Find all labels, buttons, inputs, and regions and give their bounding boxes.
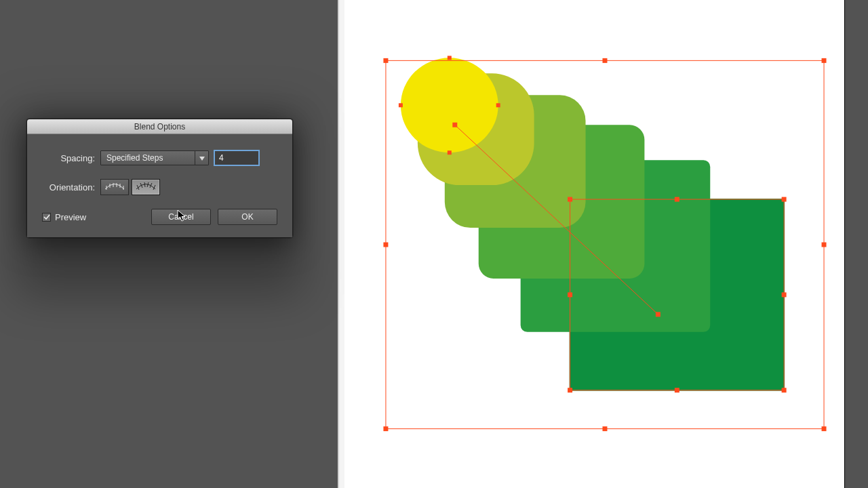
checkmark-icon: [43, 212, 50, 222]
spacing-dropdown[interactable]: Specified Steps: [100, 150, 209, 165]
anchor-point[interactable]: [656, 312, 660, 317]
svg-line-6: [137, 185, 139, 190]
selection-handle[interactable]: [383, 426, 388, 431]
selection-handle[interactable]: [782, 292, 787, 297]
dialog-button-row: Cancel OK: [151, 209, 277, 225]
orientation-row: Orientation:: [42, 179, 277, 195]
dropdown-arrow-button[interactable]: [195, 151, 208, 165]
preview-checkbox-group[interactable]: Preview: [42, 212, 86, 222]
selection-handle[interactable]: [675, 197, 679, 202]
cancel-button-label: Cancel: [168, 212, 193, 222]
dialog-body: Spacing: Specified Steps Orientation:: [27, 134, 292, 237]
selection-handle[interactable]: [568, 388, 572, 392]
dialog-titlebar[interactable]: Blend Options: [27, 119, 292, 134]
cancel-button[interactable]: Cancel: [151, 209, 211, 225]
selection-handle[interactable]: [383, 58, 388, 63]
preview-label: Preview: [55, 212, 86, 222]
align-to-path-icon: [136, 182, 156, 193]
dialog-title: Blend Options: [134, 122, 185, 131]
canvas: [344, 0, 844, 488]
spacing-label: Spacing:: [42, 153, 100, 163]
orientation-align-to-page[interactable]: [100, 179, 129, 195]
selection-handle[interactable]: [568, 292, 572, 297]
anchor-point[interactable]: [399, 103, 403, 107]
align-to-page-icon: [104, 182, 125, 193]
artboard[interactable]: [344, 0, 845, 488]
canvas-svg: [344, 0, 844, 488]
spacing-row: Spacing: Specified Steps: [42, 150, 277, 165]
selection-handle[interactable]: [602, 426, 607, 431]
selection-handle[interactable]: [602, 58, 607, 63]
orientation-align-to-path[interactable]: [132, 179, 160, 195]
selection-handle[interactable]: [568, 197, 572, 202]
selection-handle[interactable]: [822, 243, 827, 247]
orientation-label: Orientation:: [42, 182, 100, 192]
workspace-right-edge: [845, 0, 868, 488]
selection-handle[interactable]: [675, 388, 679, 392]
selection-handle[interactable]: [822, 58, 827, 63]
anchor-point[interactable]: [452, 123, 457, 127]
anchor-point[interactable]: [448, 56, 452, 60]
selection-handle[interactable]: [782, 388, 787, 392]
anchor-point[interactable]: [496, 103, 500, 107]
svg-line-8: [144, 182, 145, 187]
dialog-bottom-row: Preview Cancel OK: [42, 209, 277, 225]
workspace-left: Blend Options Spacing: Specified Steps: [0, 0, 338, 488]
chevron-down-icon: [199, 153, 205, 163]
panel-divider: [338, 0, 344, 488]
selection-handle[interactable]: [782, 197, 787, 202]
anchor-point[interactable]: [448, 150, 452, 155]
ok-button[interactable]: OK: [218, 209, 277, 225]
spacing-dropdown-value: Specified Steps: [106, 153, 163, 163]
blend-shape[interactable]: [401, 58, 498, 152]
ok-button-label: OK: [241, 212, 253, 222]
spacing-steps-input[interactable]: [214, 150, 259, 165]
selection-handle[interactable]: [822, 426, 827, 431]
preview-checkbox[interactable]: [42, 213, 51, 222]
blend-options-dialog: Blend Options Spacing: Specified Steps: [26, 119, 293, 238]
selection-handle[interactable]: [383, 243, 388, 247]
